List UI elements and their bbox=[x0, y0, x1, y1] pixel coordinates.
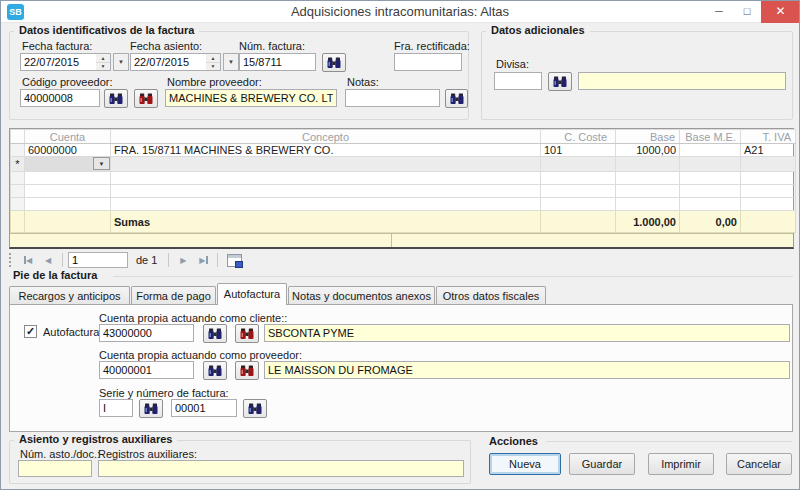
column-header-base-me: Base M.E. bbox=[680, 130, 741, 144]
app-logo: SB bbox=[7, 4, 24, 20]
cell-concepto[interactable] bbox=[111, 157, 541, 172]
empty-cell[interactable] bbox=[111, 172, 541, 185]
cell-cuenta-editor[interactable]: ▼ bbox=[25, 157, 111, 172]
nueva-button[interactable]: Nueva bbox=[489, 453, 561, 475]
empty-cell[interactable] bbox=[541, 172, 616, 185]
empty-cell[interactable] bbox=[680, 185, 741, 198]
cell-base[interactable]: 1000,00 bbox=[616, 144, 680, 157]
divisa-input[interactable] bbox=[494, 72, 542, 90]
empty-cell[interactable] bbox=[680, 172, 741, 185]
cell-c-coste[interactable] bbox=[541, 157, 616, 172]
tab-otros-datos-fiscales[interactable]: Otros datos fiscales bbox=[436, 286, 546, 305]
binoculars-icon bbox=[208, 328, 222, 340]
num-factura-search-button[interactable] bbox=[322, 53, 346, 72]
empty-cell[interactable] bbox=[741, 185, 796, 198]
sums-base-me: 0,00 bbox=[680, 211, 741, 233]
empty-cell[interactable] bbox=[111, 185, 541, 198]
tab-notas-y-documentos-anexos[interactable]: Notas y documentos anexos bbox=[288, 286, 435, 305]
table-row bbox=[11, 172, 796, 185]
fecha-factura-spinner[interactable]: ▲ ▼ bbox=[96, 53, 111, 71]
serie-input[interactable] bbox=[99, 399, 133, 417]
previous-record-button[interactable]: ◀ bbox=[39, 252, 57, 268]
first-record-button[interactable]: ◀ bbox=[19, 252, 37, 268]
spinner-up-icon[interactable]: ▲ bbox=[96, 54, 110, 63]
group-datos-identificativos: Datos identificativos de la factura Fech… bbox=[9, 31, 469, 120]
proveedor-label: Cuenta propia actuando como proveedor: bbox=[99, 349, 302, 361]
grid-horizontal-scrollbar[interactable] bbox=[10, 233, 793, 247]
drag-grip-icon[interactable] bbox=[9, 253, 13, 267]
notas-input[interactable] bbox=[345, 89, 440, 107]
empty-cell[interactable] bbox=[616, 172, 680, 185]
minimize-button[interactable]: ─ bbox=[705, 1, 733, 23]
divisa-search-button[interactable] bbox=[548, 72, 572, 91]
proveedor-cuenta-input[interactable] bbox=[99, 361, 194, 379]
codigo-proveedor-search-button[interactable] bbox=[104, 89, 128, 108]
cell-t-iva[interactable] bbox=[741, 157, 796, 172]
spinner-up-icon[interactable]: ▲ bbox=[206, 54, 220, 63]
empty-cell[interactable] bbox=[616, 198, 680, 211]
fecha-factura-input[interactable] bbox=[20, 53, 97, 71]
record-number-input[interactable] bbox=[68, 252, 128, 268]
tab-label: Recargos y anticipos bbox=[18, 290, 120, 302]
cell-base-me[interactable] bbox=[680, 144, 741, 157]
binoculars-icon bbox=[450, 93, 464, 105]
autofactura-checkbox[interactable]: ✓ bbox=[24, 325, 37, 338]
maximize-button[interactable]: □ bbox=[733, 1, 761, 23]
group-caption: Datos identificativos de la factura bbox=[14, 24, 199, 36]
cell-t-iva[interactable]: A21 bbox=[741, 144, 796, 157]
empty-cell[interactable] bbox=[541, 185, 616, 198]
cliente-nombre-display bbox=[264, 324, 790, 342]
proveedor-search-button[interactable] bbox=[203, 361, 227, 380]
empty-cell[interactable] bbox=[111, 198, 541, 211]
last-record-button[interactable]: ▶ bbox=[194, 252, 212, 268]
divider bbox=[168, 253, 169, 267]
tab-autofactura[interactable]: Autofactura bbox=[217, 283, 287, 305]
cell-base-me[interactable] bbox=[680, 157, 741, 172]
codigo-proveedor-input[interactable] bbox=[20, 89, 100, 107]
cell-cuenta[interactable]: 60000000 bbox=[25, 144, 111, 157]
cancelar-button[interactable]: Cancelar bbox=[726, 453, 792, 475]
empty-cell[interactable] bbox=[25, 185, 111, 198]
cell-concepto[interactable]: FRA. 15/8711 MACHINES & BREWERY CO. bbox=[111, 144, 541, 157]
notas-label: Notas: bbox=[347, 76, 379, 88]
empty-cell[interactable] bbox=[741, 172, 796, 185]
num-factura-input[interactable] bbox=[239, 53, 316, 71]
window-title: Adquisiciones intracomunitarias: Altas bbox=[1, 4, 799, 19]
cell-base[interactable] bbox=[616, 157, 680, 172]
next-record-button[interactable]: ▶ bbox=[174, 252, 192, 268]
empty-cell[interactable] bbox=[541, 198, 616, 211]
cliente-cuenta-input[interactable] bbox=[99, 324, 194, 342]
fecha-asiento-calendar-dropdown[interactable]: ▼ bbox=[223, 53, 239, 71]
fecha-asiento-input[interactable] bbox=[130, 53, 207, 71]
empty-cell[interactable] bbox=[680, 198, 741, 211]
imprimir-button[interactable]: Imprimir bbox=[648, 453, 714, 475]
notas-search-button[interactable] bbox=[445, 89, 468, 108]
spinner-down-icon[interactable]: ▼ bbox=[206, 63, 220, 71]
tab-recargos-y-anticipos[interactable]: Recargos y anticipos bbox=[9, 286, 130, 305]
cliente-new-search-button[interactable] bbox=[235, 324, 259, 343]
numero-search-button[interactable] bbox=[243, 399, 267, 418]
fecha-factura-calendar-dropdown[interactable]: ▼ bbox=[113, 53, 129, 71]
cliente-search-button[interactable] bbox=[203, 324, 227, 343]
empty-cell[interactable] bbox=[616, 185, 680, 198]
cell-c-coste[interactable]: 101 bbox=[541, 144, 616, 157]
fra-rectificada-input[interactable] bbox=[394, 53, 462, 71]
grid-view-button[interactable] bbox=[223, 254, 245, 267]
binoculars-icon bbox=[208, 365, 222, 377]
empty-cell[interactable] bbox=[25, 198, 111, 211]
cuenta-combo-button[interactable]: ▼ bbox=[93, 157, 110, 170]
dialog-window: SB Adquisiciones intracomunitarias: Alta… bbox=[0, 0, 800, 490]
tab-forma-de-pago[interactable]: Forma de pago bbox=[131, 286, 216, 305]
fecha-asiento-spinner[interactable]: ▲ ▼ bbox=[206, 53, 221, 71]
numero-factura-input[interactable] bbox=[171, 399, 237, 417]
guardar-button[interactable]: Guardar bbox=[569, 453, 635, 475]
column-header-cuenta: Cuenta bbox=[25, 130, 111, 144]
empty-cell[interactable] bbox=[741, 198, 796, 211]
fecha-factura-label: Fecha factura: bbox=[22, 40, 92, 52]
empty-cell[interactable] bbox=[25, 172, 111, 185]
spinner-down-icon[interactable]: ▼ bbox=[96, 63, 110, 71]
serie-search-button[interactable] bbox=[139, 399, 163, 418]
proveedor-new-search-button[interactable] bbox=[235, 361, 259, 380]
codigo-proveedor-new-search-button[interactable] bbox=[134, 89, 158, 108]
close-button[interactable]: ✕ bbox=[761, 1, 800, 23]
